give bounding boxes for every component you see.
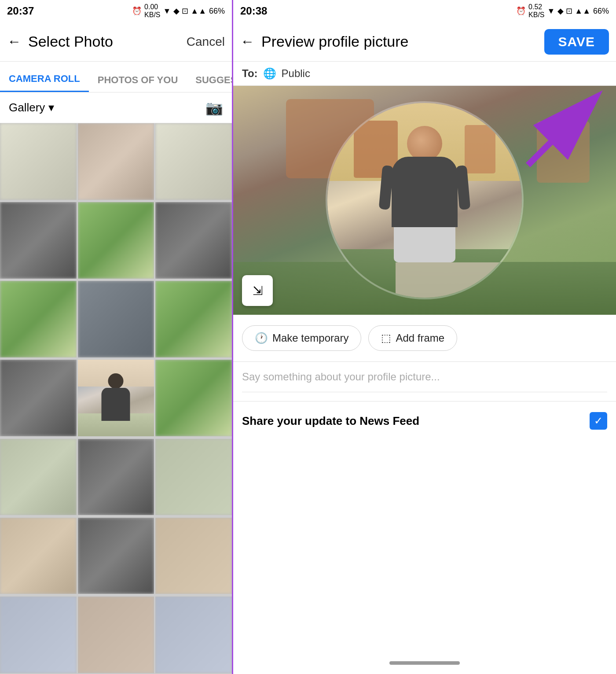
left-panel: 20:37 ⏰ 0.00KB/S ▼ ◆ ⊡ ▲▲ 66% ← Select P… [0,0,233,674]
photo-cell[interactable] [0,439,77,516]
share-label: Share your update to News Feed [242,414,419,428]
photo-cell[interactable] [0,123,77,200]
audience-row: To: 🌐 Public [233,62,616,86]
photo-cell[interactable] [155,597,232,673]
left-back-button[interactable]: ← [7,33,21,50]
gallery-label: Gallery [9,101,45,114]
battery-left: 66% [209,7,225,16]
make-temporary-button[interactable]: 🕐 Make temporary [242,325,361,351]
cancel-button[interactable]: Cancel [187,35,225,49]
save-button[interactable]: SAVE [544,29,609,55]
photo-cell[interactable] [0,360,77,436]
photo-cell[interactable] [155,281,232,357]
tab-camera-roll[interactable]: CAMERA ROLL [0,73,89,92]
alarm-icon: ⏰ [132,6,142,16]
to-label: To: [242,67,258,80]
audience-label[interactable]: Public [282,67,310,80]
crop-tool-button[interactable]: ⇲ [242,275,273,306]
right-header-left: ← Preview profile picture [240,33,408,50]
right-status-bar: 20:38 ⏰ 0.52KB/S ▼ ◆ ⊡ ▲▲ 66% [233,0,616,22]
photo-cell[interactable] [78,202,154,279]
signal-icons: ◆ ⊡ ▲▲ [173,6,206,16]
tab-photos-of-you[interactable]: PHOTOS OF YOU [89,74,187,92]
bottom-bar [233,652,616,674]
photo-cell[interactable] [155,202,232,279]
photo-cell[interactable] [155,360,232,436]
caption-divider [242,392,607,392]
gallery-selector[interactable]: Gallery ▾ [9,101,54,114]
share-row: Share your update to News Feed ✓ [233,401,616,440]
signal-icons: ◆ ⊡ ▲▲ [557,6,590,16]
alarm-icon: ⏰ [516,6,526,16]
bottom-actions: 🕐 Make temporary ⬚ Add frame [233,315,616,362]
add-frame-button[interactable]: ⬚ Add frame [368,325,457,351]
photo-cell-selected[interactable] [78,360,154,436]
photo-cell[interactable] [78,439,154,516]
wifi-icon: ▼ [547,7,555,16]
left-time: 20:37 [7,5,34,17]
photo-cell[interactable] [155,518,232,594]
right-header: ← Preview profile picture SAVE [233,22,616,62]
right-time: 20:38 [240,5,267,17]
photo-cell[interactable] [78,518,154,594]
photo-cell[interactable] [0,202,77,279]
right-page-title: Preview profile picture [261,33,408,50]
photo-cell[interactable] [78,597,154,673]
caption-area: Say something about your profile picture… [233,362,616,401]
clock-icon: 🕐 [255,332,268,344]
right-status-icons: ⏰ 0.52KB/S ▼ ◆ ⊡ ▲▲ 66% [516,3,609,19]
tab-suggested[interactable]: SUGGESTED PHOTOS [187,74,233,92]
photo-cell[interactable] [0,281,77,357]
action-buttons-row: 🕐 Make temporary ⬚ Add frame [242,325,607,351]
gesture-bar [389,661,460,665]
make-temporary-label: Make temporary [272,332,348,344]
share-checkbox[interactable]: ✓ [590,412,607,430]
photo-tabs: CAMERA ROLL PHOTOS OF YOU SUGGESTED PHOT… [0,62,232,92]
add-frame-label: Add frame [396,332,444,344]
left-page-title: Select Photo [28,33,113,50]
left-status-bar: 20:37 ⏰ 0.00KB/S ▼ ◆ ⊡ ▲▲ 66% [0,0,232,22]
data-icon: 0.00KB/S [144,3,160,19]
photo-cell[interactable] [78,281,154,357]
profile-preview: ⇲ [233,86,616,315]
purple-arrow-annotation [493,86,616,174]
right-panel: 20:38 ⏰ 0.52KB/S ▼ ◆ ⊡ ▲▲ 66% ← Preview … [233,0,616,674]
left-header-left: ← Select Photo [7,33,113,50]
checkmark-icon: ✓ [594,415,603,427]
photo-grid [0,123,232,674]
left-header: ← Select Photo Cancel [0,22,232,62]
gallery-toolbar: Gallery ▾ 📷 [0,92,232,123]
photo-cell[interactable] [155,439,232,516]
svg-line-1 [528,99,594,165]
photo-cell[interactable] [0,518,77,594]
chevron-down-icon: ▾ [48,101,54,114]
photo-cell[interactable] [78,123,154,200]
data-icon: 0.52KB/S [528,3,544,19]
caption-placeholder[interactable]: Say something about your profile picture… [242,371,607,383]
crop-icon: ⇲ [253,284,263,298]
camera-icon[interactable]: 📷 [205,99,223,116]
globe-icon: 🌐 [263,67,276,80]
battery-right: 66% [593,7,609,16]
left-status-icons: ⏰ 0.00KB/S ▼ ◆ ⊡ ▲▲ 66% [132,3,225,19]
photo-cell[interactable] [155,123,232,200]
wifi-icon: ▼ [163,7,171,16]
right-back-button[interactable]: ← [240,33,254,50]
photo-cell[interactable] [0,597,77,673]
frame-icon: ⬚ [381,332,391,344]
